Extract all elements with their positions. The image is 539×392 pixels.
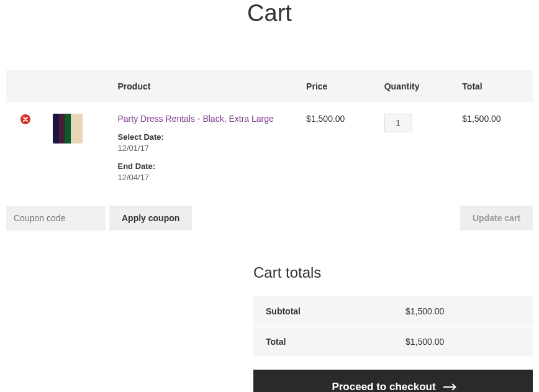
item-total: $1,500.00 xyxy=(455,103,533,193)
subtotal-row: Subtotal $1,500.00 xyxy=(253,296,533,327)
product-link[interactable]: Party Dress Rentals - Black, Extra Large xyxy=(118,114,274,124)
totals-table: Subtotal $1,500.00 Total $1,500.00 xyxy=(253,296,533,357)
cart-totals: Cart totals Subtotal $1,500.00 Total $1,… xyxy=(253,264,533,392)
quantity-input[interactable] xyxy=(384,114,412,132)
coupon-form: Apply coupon xyxy=(6,206,192,230)
col-thumb-header xyxy=(45,70,111,103)
item-price: $1,500.00 xyxy=(299,103,377,193)
col-total-header: Total xyxy=(455,70,533,103)
end-date-label: End Date: xyxy=(118,162,292,171)
close-circle-icon xyxy=(20,114,31,125)
total-label: Total xyxy=(253,327,393,357)
coupon-input[interactable] xyxy=(6,206,106,230)
apply-coupon-button[interactable]: Apply coupon xyxy=(109,206,192,230)
page-title: Cart xyxy=(6,0,533,27)
col-remove-header xyxy=(6,70,45,103)
remove-item-button[interactable] xyxy=(20,114,31,125)
subtotal-label: Subtotal xyxy=(253,296,393,327)
product-thumbnail[interactable] xyxy=(53,114,83,144)
cart-row: Party Dress Rentals - Black, Extra Large… xyxy=(6,103,533,193)
update-cart-button[interactable]: Update cart xyxy=(460,206,533,230)
checkout-label: Proceed to checkout xyxy=(332,381,435,392)
proceed-to-checkout-button[interactable]: Proceed to checkout xyxy=(253,370,533,392)
cart-totals-title: Cart totals xyxy=(253,264,533,281)
select-date-value: 12/01/17 xyxy=(118,144,292,153)
cart-table: Product Price Quantity Total Party Dress… xyxy=(6,70,533,233)
end-date-value: 12/04/17 xyxy=(118,173,292,182)
actions-row: Apply coupon Update cart xyxy=(6,193,533,233)
col-product-header: Product xyxy=(111,70,299,103)
total-value: $1,500.00 xyxy=(393,327,533,357)
subtotal-value: $1,500.00 xyxy=(393,296,533,327)
arrow-right-icon xyxy=(443,386,455,388)
select-date-label: Select Date: xyxy=(118,132,292,142)
total-row: Total $1,500.00 xyxy=(253,327,533,357)
col-price-header: Price xyxy=(299,70,377,103)
col-qty-header: Quantity xyxy=(377,70,455,103)
